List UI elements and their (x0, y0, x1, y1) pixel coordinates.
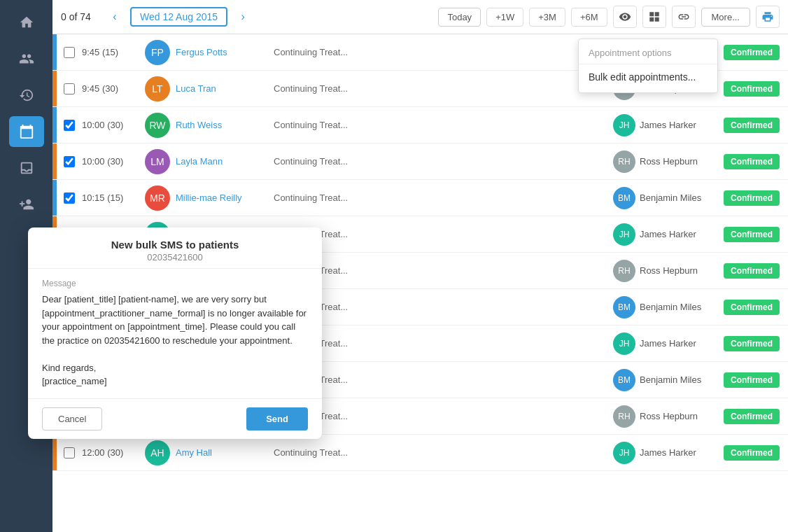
time-cell: 9:45 (15) (82, 47, 145, 57)
patient-name[interactable]: Luca Tran (176, 83, 274, 94)
treatment: Continuing Treat... (274, 47, 613, 57)
appointment-options-dropdown: Appointment options Bulk edit appointmen… (578, 38, 718, 93)
status-badge: Confirmed (724, 190, 780, 206)
sidebar-item-history[interactable] (9, 80, 44, 111)
status-badge: Confirmed (724, 409, 780, 424)
provider-name: Ross Hepburn (640, 265, 724, 276)
treatment: Continuing Treat... (274, 265, 613, 276)
patient-avatar: MR (145, 186, 170, 211)
bulk-edit-item[interactable]: Bulk edit appointments... (579, 64, 717, 90)
provider-avatar: JH (613, 114, 635, 136)
provider-name: James Harker (640, 338, 724, 349)
row-checkbox[interactable] (64, 156, 75, 167)
checkbox-cell[interactable] (57, 192, 82, 204)
patient-name[interactable]: Layla Mann (176, 156, 274, 167)
modal-title: New bulk SMS to patients (42, 239, 308, 251)
modal-phone: 02035421600 (42, 252, 308, 262)
provider-name: James Harker (640, 447, 724, 458)
sidebar-item-inbox[interactable] (9, 153, 44, 183)
sidebar-item-patients[interactable] (9, 43, 44, 74)
month6-button[interactable]: +6M (571, 8, 607, 27)
patient-avatar: AH (145, 440, 170, 465)
patient-name[interactable]: Fergus Potts (176, 47, 274, 57)
table-row: 10:00 (30) RW Ruth Weiss Continuing Trea… (52, 107, 788, 144)
sidebar-item-calendar[interactable] (9, 116, 44, 147)
provider-name: Benjamin Miles (640, 192, 724, 203)
patient-avatar: LM (145, 149, 170, 174)
message-text: Dear [patient_title] [patient-name], we … (42, 293, 308, 388)
treatment: Continuing Treat... (274, 411, 613, 421)
cancel-button[interactable]: Cancel (42, 407, 102, 430)
patient-name[interactable]: Amy Hall (176, 447, 274, 458)
row-checkbox[interactable] (64, 47, 75, 58)
time-cell: 9:45 (30) (82, 83, 145, 94)
time-cell: 10:15 (15) (82, 192, 145, 203)
table-row: 10:00 (30) LM Layla Mann Continuing Trea… (52, 144, 788, 180)
provider-avatar: BM (613, 187, 635, 209)
table-row: 12:00 (30) AH Amy Hall Continuing Treat.… (52, 435, 788, 471)
status-badge: Confirmed (724, 372, 780, 388)
today-button[interactable]: Today (438, 8, 481, 27)
patient-name[interactable]: Ruth Weiss (176, 120, 274, 130)
provider-avatar: RH (613, 150, 635, 173)
table-row: 10:15 (15) MR Millie-mae Reilly Continui… (52, 180, 788, 216)
sidebar-item-home[interactable] (9, 7, 44, 38)
row-checkbox[interactable] (64, 120, 75, 131)
row-checkbox[interactable] (64, 192, 75, 204)
treatment: Continuing Treat... (274, 83, 613, 94)
patient-avatar: FP (145, 40, 170, 65)
view-eye-button[interactable] (613, 6, 637, 28)
sms-modal: New bulk SMS to patients 02035421600 Mes… (28, 227, 322, 439)
status-badge: Confirmed (724, 445, 780, 461)
month3-button[interactable]: +3M (529, 8, 565, 27)
treatment: Continuing Treat... (274, 447, 613, 458)
provider-name: Ross Hepburn (640, 411, 724, 421)
status-badge: Confirmed (724, 263, 780, 279)
provider-avatar: BM (613, 296, 635, 318)
time-cell: 10:00 (30) (82, 156, 145, 167)
provider-avatar: JH (613, 442, 635, 464)
status-badge: Confirmed (724, 300, 780, 315)
treatment: Continuing Treat... (274, 229, 613, 239)
modal-footer: Cancel Send (28, 398, 322, 439)
send-button[interactable]: Send (246, 407, 308, 430)
treatment: Continuing Treat... (274, 120, 613, 130)
checkbox-cell[interactable] (57, 447, 82, 458)
provider-avatar: BM (613, 369, 635, 391)
toolbar: 0 of 74 ‹ Wed 12 Aug 2015 › Today +1W +3… (52, 0, 788, 34)
modal-header: New bulk SMS to patients 02035421600 (28, 227, 322, 269)
row-checkbox[interactable] (64, 83, 75, 94)
treatment: Continuing Treat... (274, 374, 613, 385)
appointment-counter: 0 of 74 (61, 11, 99, 22)
provider-avatar: JH (613, 223, 635, 246)
row-checkbox[interactable] (64, 447, 75, 458)
print-button[interactable] (756, 6, 780, 28)
provider-avatar: RH (613, 260, 635, 282)
treatment: Continuing Treat... (274, 338, 613, 349)
checkbox-cell[interactable] (57, 47, 82, 58)
provider-name: Ross Hepburn (640, 156, 724, 167)
dropdown-header: Appointment options (579, 42, 717, 64)
provider-avatar: RH (613, 405, 635, 428)
patient-avatar: LT (145, 76, 170, 102)
week-button[interactable]: +1W (486, 8, 523, 27)
grid-view-button[interactable] (642, 6, 666, 28)
next-button[interactable]: › (233, 7, 253, 27)
provider-name: Benjamin Miles (640, 302, 724, 312)
status-badge: Confirmed (724, 118, 780, 133)
provider-name: Benjamin Miles (640, 374, 724, 385)
time-cell: 10:00 (30) (82, 120, 145, 130)
checkbox-cell[interactable] (57, 83, 82, 94)
status-badge: Confirmed (724, 336, 780, 351)
checkbox-cell[interactable] (57, 156, 82, 167)
treatment: Continuing Treat... (274, 192, 613, 203)
link-button[interactable] (672, 6, 696, 28)
more-button[interactable]: More... (701, 8, 750, 27)
sidebar-item-add-patient[interactable] (9, 189, 44, 220)
patient-name[interactable]: Millie-mae Reilly (176, 192, 274, 203)
checkbox-cell[interactable] (57, 120, 82, 131)
prev-button[interactable]: ‹ (105, 7, 125, 27)
date-display: Wed 12 Aug 2015 (130, 7, 227, 27)
status-badge: Confirmed (724, 81, 780, 97)
provider-name: James Harker (640, 120, 724, 130)
